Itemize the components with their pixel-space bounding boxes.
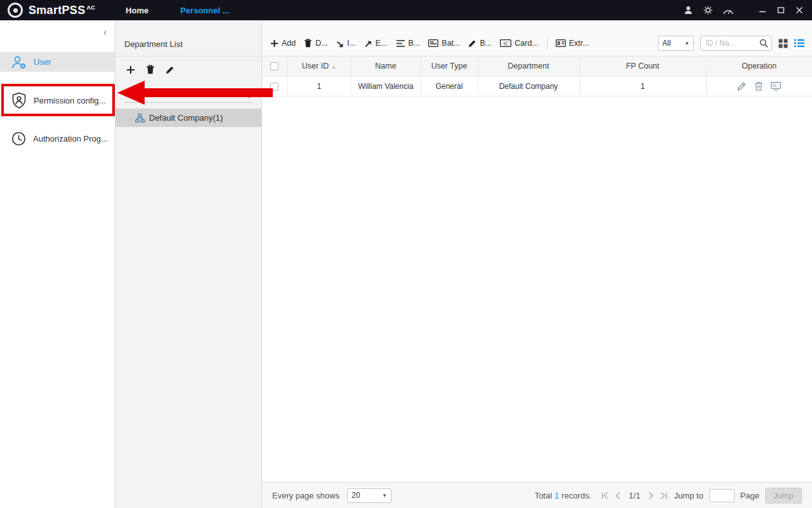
total-count: 1	[554, 491, 559, 500]
batch-department-button[interactable]: B...	[396, 39, 421, 48]
next-page-button[interactable]	[646, 491, 655, 500]
row-checkbox[interactable]	[270, 83, 278, 91]
column-header-user-id[interactable]: User ID▲	[287, 57, 351, 76]
jump-to-label: Jump to	[674, 491, 703, 500]
page-size-select[interactable]: 20 ▼	[347, 488, 391, 503]
smartpss-window: SmartPSS AC Home Personnel ...	[0, 0, 812, 508]
pager: 1/1	[601, 491, 668, 500]
authorization-clock-icon	[11, 131, 26, 146]
app-title: SmartPSS AC	[29, 4, 95, 17]
toolbar-separator	[547, 37, 547, 50]
user-toolbar: Add D... ↘ I... ↗ E... B... Bat...	[262, 20, 812, 57]
user-config-icon	[11, 55, 27, 69]
account-icon[interactable]	[683, 5, 693, 15]
sidebar-item-label: Authorization Prog...	[33, 134, 108, 144]
delete-user-button[interactable]: D...	[304, 39, 327, 48]
export-button[interactable]: ↗ E...	[364, 39, 387, 48]
pagination-bar: Every page shows 20 ▼ Total 1 records.	[262, 482, 812, 508]
edit-row-icon[interactable]	[737, 81, 747, 91]
prev-page-button[interactable]	[614, 491, 622, 500]
card-reader-button[interactable]: IC Card...	[500, 39, 539, 48]
last-page-button[interactable]	[660, 491, 668, 500]
select-all-checkbox[interactable]	[270, 62, 278, 70]
import-arrow-icon: ↘	[336, 39, 344, 48]
column-header-name[interactable]: Name	[351, 57, 421, 76]
performance-gauge-icon[interactable]	[723, 6, 734, 15]
chevron-down-icon: ▼	[382, 493, 387, 498]
settings-gear-icon[interactable]	[703, 5, 713, 15]
department-panel-title: Department List	[115, 20, 261, 57]
titlebar: SmartPSS AC Home Personnel ...	[0, 0, 812, 20]
close-button[interactable]	[796, 6, 803, 14]
row-operations	[707, 81, 812, 91]
user-search-input[interactable]	[705, 39, 759, 48]
sidebar-nav: ‹ User Permission config... Authorizatio…	[0, 20, 115, 508]
column-header-user-type[interactable]: User Type	[421, 57, 478, 76]
app-logo-icon	[8, 3, 23, 18]
edit-department-button[interactable]	[166, 65, 174, 74]
sidebar-item-user[interactable]: User	[0, 52, 115, 72]
app-badge: AC	[86, 4, 95, 11]
user-search-box	[700, 36, 772, 51]
tree-item-default-company[interactable]: Default Company(1)	[115, 109, 261, 127]
add-user-button[interactable]: Add	[270, 39, 296, 48]
page-indicator: 1/1	[629, 491, 640, 500]
column-header-fp-count[interactable]: FP Count	[579, 57, 706, 76]
department-search-input[interactable]	[124, 90, 238, 98]
page-size-label: Every page shows	[272, 491, 339, 500]
table-row[interactable]: 1 William Valencia General Default Compa…	[262, 76, 812, 96]
sidebar-item-authorization-progress[interactable]: Authorization Prog...	[0, 128, 115, 149]
delete-department-button[interactable]	[146, 65, 155, 74]
toolbar-right-group: All ▼	[658, 36, 807, 51]
pagination-controls: Total 1 records. 1/1	[535, 488, 802, 504]
sort-ascending-icon[interactable]: ▲	[331, 64, 336, 70]
export-arrow-icon: ↗	[364, 39, 372, 48]
jump-button[interactable]: Jump	[765, 488, 802, 504]
cell-department: Default Company	[478, 76, 579, 96]
cell-user-type: General	[421, 76, 478, 96]
delete-row-icon[interactable]	[754, 81, 763, 91]
org-tree-icon	[135, 114, 145, 123]
card-view-button[interactable]	[778, 39, 788, 48]
maximize-button[interactable]	[777, 6, 785, 14]
department-panel: Department List Default Company(1)	[115, 20, 262, 508]
column-header-operation: Operation	[706, 57, 812, 76]
card-row-icon[interactable]	[771, 82, 781, 91]
page-label: Page	[740, 491, 759, 500]
batch-edit-button[interactable]: B...	[468, 39, 492, 48]
tab-personnel[interactable]: Personnel ...	[180, 6, 229, 15]
sidebar-item-permission-config[interactable]: Permission config...	[0, 89, 115, 112]
titlebar-right	[683, 5, 812, 15]
sidebar-item-label: Permission config...	[34, 96, 105, 105]
tab-home[interactable]: Home	[126, 6, 148, 15]
sidebar-collapse-button[interactable]: ‹	[103, 27, 107, 37]
app-name: SmartPSS	[29, 4, 85, 17]
add-department-button[interactable]	[126, 65, 135, 74]
cell-fp-count: 1	[579, 76, 706, 96]
svg-text:IC: IC	[504, 41, 508, 46]
table-header-row: User ID▲ Name User Type Department FP Co…	[262, 57, 812, 76]
user-list-panel: Add D... ↘ I... ↗ E... B... Bat...	[262, 20, 812, 508]
total-records: Total 1 records.	[535, 491, 592, 500]
import-button[interactable]: ↘ I...	[336, 39, 356, 48]
first-page-button[interactable]	[601, 491, 609, 500]
tree-item-label: Default Company(1)	[149, 113, 223, 123]
user-type-filter-select[interactable]: All ▼	[658, 36, 694, 51]
list-view-button[interactable]	[794, 39, 804, 48]
top-tabs: Home Personnel ...	[126, 6, 229, 15]
department-toolbar	[115, 57, 261, 80]
minimize-button[interactable]	[759, 6, 766, 14]
search-icon[interactable]	[759, 39, 768, 48]
cell-user-id: 1	[287, 76, 351, 96]
extract-info-button[interactable]: Extr...	[556, 39, 589, 48]
user-table: User ID▲ Name User Type Department FP Co…	[262, 57, 812, 97]
column-header-department[interactable]: Department	[478, 57, 579, 76]
sidebar-item-label: User	[34, 57, 51, 67]
chevron-down-icon: ▼	[684, 41, 690, 46]
permission-shield-icon	[11, 92, 27, 109]
batch-issue-card-button[interactable]: Bat...	[428, 39, 460, 48]
jump-page-input[interactable]	[709, 489, 735, 502]
search-icon[interactable]	[240, 89, 250, 98]
department-search	[124, 86, 252, 103]
window-controls	[759, 6, 803, 14]
